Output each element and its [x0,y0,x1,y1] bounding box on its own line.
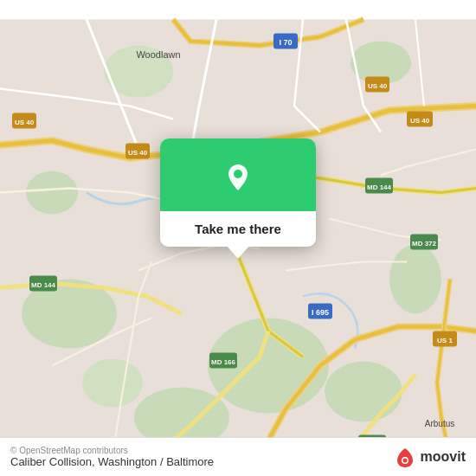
bottom-bar: © OpenStreetMap contributors Caliber Col… [0,437,476,476]
svg-point-39 [234,170,242,178]
svg-point-42 [402,459,407,463]
svg-text:MD 166: MD 166 [211,358,236,366]
svg-text:Arbutus: Arbutus [425,419,454,428]
svg-text:US 40: US 40 [410,117,430,125]
svg-point-6 [389,245,441,314]
bottom-left: © OpenStreetMap contributors Caliber Col… [10,446,214,468]
svg-point-7 [26,171,78,215]
location-label: Caliber Collision, Washington / Baltimor… [10,455,214,468]
svg-text:MD 372: MD 372 [412,240,437,248]
svg-text:US 1: US 1 [437,337,453,344]
moovit-text: moovit [421,449,466,465]
svg-text:US 40: US 40 [15,119,35,126]
location-pin-icon [219,158,257,196]
svg-text:US 40: US 40 [128,149,148,157]
svg-text:MD 144: MD 144 [31,281,56,289]
svg-text:MD 144: MD 144 [367,183,392,191]
map-container: I 70 US 40 US 40 US 40 US 40 MD 144 MD 1… [0,0,476,476]
svg-point-4 [325,362,402,422]
svg-text:I 70: I 70 [279,38,292,47]
svg-text:Woodlawn: Woodlawn [136,49,180,60]
svg-text:I 695: I 695 [312,308,329,317]
svg-text:US 40: US 40 [368,82,388,90]
popup-tail [226,245,250,259]
moovit-logo[interactable]: moovit [393,445,466,469]
moovit-brand-icon [393,445,417,469]
copyright-text: © OpenStreetMap contributors [10,446,214,455]
take-me-there-button[interactable]: Take me there [160,211,316,247]
popup-card: Take me there [160,138,316,247]
popup-green-header [160,138,316,211]
svg-point-5 [82,359,143,408]
